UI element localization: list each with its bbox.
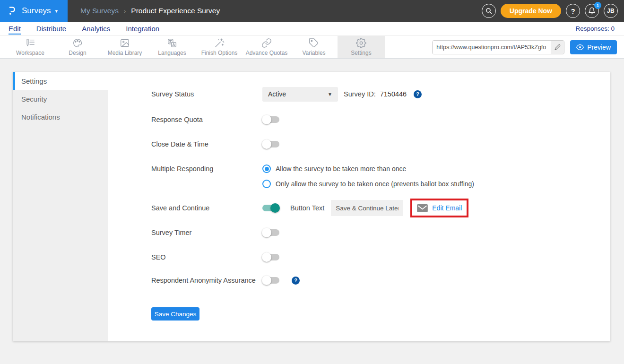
tab-edit[interactable]: Edit	[9, 25, 21, 33]
sidebar-item-notifications[interactable]: Notifications	[13, 108, 108, 126]
chevron-down-icon: ▾	[55, 8, 58, 14]
breadcrumb-separator-icon: ›	[124, 8, 126, 15]
radio-selected-icon	[262, 165, 271, 173]
row-seo: SEO	[151, 250, 279, 265]
questionpro-logo-icon	[6, 5, 17, 17]
avatar-initials: JB	[607, 8, 615, 14]
multiple-responding-label: Multiple Responding	[151, 165, 262, 173]
breadcrumb-parent[interactable]: My Surveys	[80, 7, 119, 15]
row-close-date: Close Date & Time	[151, 137, 279, 152]
top-header: Surveys ▾ My Surveys › Product Experienc…	[0, 0, 624, 22]
survey-timer-toggle[interactable]	[262, 229, 279, 236]
tab-distribute[interactable]: Distribute	[36, 25, 66, 33]
settings-card: Settings Security Notifications Survey S…	[13, 72, 610, 341]
notification-badge: 1	[594, 2, 601, 9]
image-icon	[120, 38, 130, 48]
tag-icon	[309, 38, 319, 48]
radio-option-allow-multiple[interactable]: Allow the survey to be taken more than o…	[262, 164, 474, 174]
chain-link-icon	[261, 38, 272, 48]
survey-id-help-icon[interactable]: ?	[414, 90, 422, 98]
breadcrumb-current: Product Experience Survey	[131, 7, 220, 15]
translate-icon	[167, 38, 177, 48]
app-logo-menu[interactable]: Surveys ▾	[0, 0, 68, 22]
toolbar-item-workspace[interactable]: Workspace	[7, 36, 54, 58]
responses-count: Responses: 0	[575, 25, 624, 32]
seo-label: SEO	[151, 253, 262, 261]
toolbar-item-advance-quotas[interactable]: Advance Quotas	[243, 36, 290, 58]
anonymity-label: Respondent Anonymity Assurance	[151, 277, 262, 284]
close-date-toggle[interactable]	[262, 141, 279, 147]
toolbar-item-languages[interactable]: Languages	[148, 36, 196, 58]
survey-url-field	[432, 40, 564, 54]
toolbar-item-design[interactable]: Design	[54, 36, 101, 58]
row-save-and-continue: Save and Continue Button Text Edit Email	[151, 200, 468, 216]
survey-timer-label: Survey Timer	[151, 229, 262, 236]
tab-analytics[interactable]: Analytics	[82, 25, 110, 33]
toolbar-item-finish-options[interactable]: Finish Options	[196, 36, 243, 58]
seo-toggle[interactable]	[262, 254, 279, 260]
breadcrumb: My Surveys › Product Experience Survey	[80, 7, 220, 15]
row-anonymity: Respondent Anonymity Assurance ?	[151, 273, 300, 288]
envelope-icon	[417, 204, 428, 212]
toolbar-item-media-library[interactable]: Media Library	[101, 36, 148, 58]
multiple-responding-options: Allow the survey to be taken more than o…	[262, 164, 474, 189]
row-survey-timer: Survey Timer	[151, 225, 279, 240]
save-changes-button[interactable]: Save Changes	[151, 307, 199, 321]
survey-status-select[interactable]: Active ▼	[262, 87, 338, 102]
upgrade-now-button[interactable]: Upgrade Now	[501, 4, 561, 18]
preview-button[interactable]: Preview	[570, 40, 617, 54]
product-menu-label: Surveys	[22, 6, 51, 16]
response-quota-toggle[interactable]	[262, 116, 279, 123]
avatar[interactable]: JB	[604, 4, 618, 18]
save-and-continue-label: Save and Continue	[151, 204, 262, 212]
survey-nav-tabs: Edit Distribute Analytics Integration Re…	[0, 22, 624, 36]
wand-icon	[214, 38, 225, 48]
search-button[interactable]	[482, 4, 496, 18]
main-area: Settings Security Notifications Survey S…	[0, 59, 624, 364]
bell-icon	[588, 7, 596, 15]
button-text-label: Button Text	[290, 204, 324, 212]
anonymity-toggle[interactable]	[262, 277, 279, 284]
edit-email-link[interactable]: Edit Email	[432, 204, 462, 212]
survey-id-label: Survey ID:	[344, 90, 376, 98]
chevron-down-icon: ▼	[328, 92, 332, 97]
radio-unselected-icon	[262, 180, 271, 188]
row-survey-status: Survey Status Active ▼ Survey ID: 715044…	[151, 87, 422, 102]
radio-option-only-once[interactable]: Only allow the survey to be taken once (…	[262, 179, 474, 189]
gear-icon	[356, 38, 366, 48]
row-response-quota: Response Quota	[151, 112, 279, 127]
toolbar-item-variables[interactable]: Variables	[290, 36, 338, 58]
survey-id-value: 7150446	[380, 90, 407, 98]
edit-email-highlight-box: Edit Email	[410, 199, 468, 217]
header-actions: Upgrade Now ? 1 JB	[482, 4, 624, 18]
survey-status-label: Survey Status	[151, 90, 262, 98]
help-button[interactable]: ?	[566, 4, 580, 18]
sidebar-item-security[interactable]: Security	[13, 90, 108, 108]
workspace-icon	[25, 38, 35, 48]
toolbar-item-settings[interactable]: Settings	[338, 36, 385, 58]
close-date-label: Close Date & Time	[151, 140, 262, 148]
edit-toolbar: Workspace Design Media Library Lang	[0, 36, 624, 59]
palette-icon	[72, 38, 83, 48]
survey-url-input[interactable]	[433, 41, 551, 54]
search-icon	[485, 7, 493, 15]
form-divider	[151, 299, 567, 299]
eye-icon	[576, 43, 584, 51]
tab-integration[interactable]: Integration	[126, 25, 159, 33]
anonymity-help-icon[interactable]: ?	[292, 277, 300, 285]
pencil-icon	[555, 44, 561, 50]
button-text-input[interactable]	[331, 200, 403, 216]
notifications-button[interactable]: 1	[585, 4, 599, 18]
row-multiple-responding: Multiple Responding Allow the survey to …	[151, 164, 474, 189]
settings-side-nav: Settings Security Notifications	[13, 72, 108, 341]
toolbar-right: Preview	[432, 36, 624, 58]
sidebar-item-settings[interactable]: Settings	[13, 72, 108, 90]
edit-url-button[interactable]	[551, 41, 564, 54]
response-quota-label: Response Quota	[151, 116, 262, 123]
save-and-continue-toggle[interactable]	[262, 205, 279, 211]
